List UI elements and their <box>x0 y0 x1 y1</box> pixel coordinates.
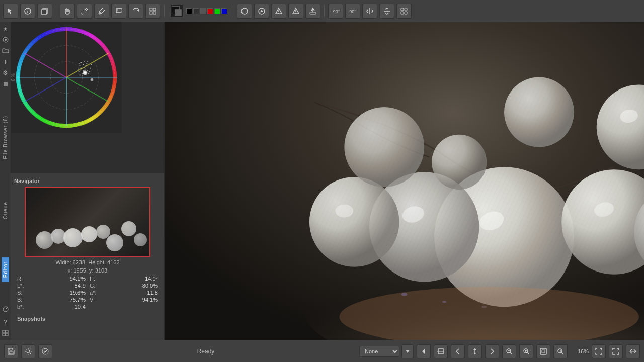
svg-rect-8 <box>153 8 156 11</box>
l-star-value: 84.9 <box>53 283 86 289</box>
editor-label[interactable]: Editor <box>2 257 9 282</box>
grid-tool-btn[interactable] <box>145 4 160 19</box>
svg-point-60 <box>432 135 487 190</box>
fliph-btn[interactable] <box>362 4 377 19</box>
fullscreen-btn[interactable] <box>609 344 623 358</box>
main-image <box>165 22 644 340</box>
flipv-btn[interactable] <box>379 4 394 19</box>
svg-rect-29 <box>6 330 8 333</box>
zoom-in-btn[interactable] <box>519 344 533 358</box>
pan-zoom-btn[interactable] <box>626 344 640 358</box>
zoom-out-btn[interactable] <box>502 344 516 358</box>
pipette-tool-btn[interactable] <box>94 4 109 19</box>
svg-rect-84 <box>542 350 545 353</box>
zoom-arrow-btn[interactable] <box>401 344 414 358</box>
group-icon[interactable] <box>1 329 10 338</box>
svg-text:i: i <box>27 9 29 14</box>
queue-label[interactable]: Queue <box>2 198 9 223</box>
sep4 <box>324 5 325 17</box>
snapshots-title: Snapshots <box>17 314 158 325</box>
svg-line-87 <box>561 352 564 354</box>
sep2 <box>164 5 165 17</box>
warn2-btn[interactable] <box>288 4 303 19</box>
prefs-bottom-btn[interactable] <box>21 344 35 358</box>
g-value: 80.0% <box>126 283 158 289</box>
star-icon[interactable]: ★ <box>1 24 10 33</box>
color-swatch-icon[interactable] <box>1 35 10 44</box>
prev-nav-btn[interactable] <box>417 344 431 358</box>
svg-rect-23 <box>405 12 407 14</box>
svg-rect-10 <box>153 12 156 14</box>
mid-box[interactable] <box>200 8 206 14</box>
sep1 <box>56 5 56 17</box>
nav-hist-btn[interactable] <box>254 4 269 19</box>
svg-rect-20 <box>401 8 404 11</box>
copy-tool-btn[interactable] <box>37 4 52 19</box>
b-label: B: <box>17 297 49 303</box>
r-label: R: <box>17 276 49 282</box>
black-box[interactable] <box>186 8 192 14</box>
left-sidebar-icons: ★ + ⚙ File Browser (6) Queue Editor <box>0 22 11 340</box>
help-icon[interactable]: ? <box>1 318 10 327</box>
more-btn[interactable] <box>396 4 412 19</box>
hand-tool-btn[interactable] <box>60 4 75 19</box>
fg-bg-colors[interactable] <box>170 5 183 18</box>
red-box[interactable] <box>207 8 213 14</box>
zoom-fit-btn[interactable] <box>536 344 550 358</box>
svg-rect-31 <box>6 333 8 336</box>
s-value: 19.6% <box>53 290 86 296</box>
zoom-dropdown[interactable]: None Fit Fill 1:1 1:2 2:1 <box>359 346 399 357</box>
rotate-tool-btn[interactable] <box>128 4 143 19</box>
color-wheel-canvas <box>11 22 122 133</box>
export-btn[interactable] <box>305 4 320 19</box>
save-bottom-btn[interactable] <box>4 344 18 358</box>
svg-point-55 <box>309 177 399 267</box>
zoom-100-btn[interactable]: 1:1 <box>553 344 568 358</box>
l-star-label: L*: <box>17 283 49 289</box>
warn1-btn[interactable] <box>271 4 286 19</box>
tool1-icon[interactable] <box>1 305 10 314</box>
svg-rect-7 <box>150 8 152 11</box>
svg-text:-90°: -90° <box>332 9 340 14</box>
rot90l-btn[interactable]: -90° <box>328 4 343 19</box>
back-nav-btn[interactable] <box>451 344 465 358</box>
svg-rect-21 <box>405 8 407 11</box>
add-icon[interactable]: + <box>1 57 10 66</box>
fwd-nav-btn[interactable] <box>485 344 499 358</box>
svg-marker-75 <box>473 353 476 354</box>
rot90r-btn[interactable]: 90° <box>345 4 360 19</box>
canvas-area[interactable] <box>165 22 644 340</box>
b-value: 75.7% <box>53 297 86 303</box>
h-value: 14.0° <box>126 276 158 282</box>
svg-point-25 <box>5 39 7 41</box>
rect-icon[interactable] <box>1 79 10 88</box>
svg-rect-30 <box>3 333 5 336</box>
r-value: 94.1% <box>53 276 86 282</box>
sync-nav-btn[interactable] <box>468 344 482 358</box>
info-tool-btn[interactable]: i <box>20 4 35 19</box>
v-label: V: <box>90 297 122 303</box>
image-svg <box>165 22 644 340</box>
h-label: H: <box>90 276 122 282</box>
dark-box[interactable] <box>193 8 199 14</box>
crop-tool-btn[interactable] <box>111 4 126 19</box>
circle-tool-btn[interactable] <box>237 4 252 19</box>
folder-icon[interactable] <box>1 46 10 55</box>
profile-bottom-btn[interactable] <box>38 344 52 358</box>
svg-rect-66 <box>9 352 13 354</box>
pencil-tool-btn[interactable] <box>77 4 92 19</box>
color-boxes <box>170 5 227 18</box>
settings-icon[interactable]: ⚙ <box>1 68 10 77</box>
fit-nav-btn[interactable] <box>434 344 448 358</box>
navigator-title: Navigator <box>14 176 161 187</box>
svg-rect-3 <box>42 9 46 15</box>
fit-window-btn[interactable] <box>592 344 606 358</box>
green-box[interactable] <box>214 8 220 14</box>
status-text: Ready <box>156 348 255 355</box>
bottom-toolbar: Ready None Fit Fill 1:1 1:2 2:1 <box>0 340 644 362</box>
arrow-tool-btn[interactable] <box>3 4 18 19</box>
blue-box[interactable] <box>221 8 227 14</box>
svg-rect-5 <box>117 9 121 13</box>
b-star-value: 10.4 <box>53 304 86 310</box>
file-browser-label[interactable]: File Browser (6) <box>2 112 9 163</box>
